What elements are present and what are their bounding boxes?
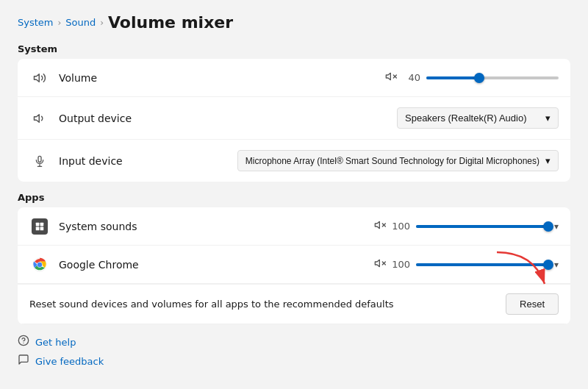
input-device-dropdown[interactable]: Microphone Array (Intel® Smart Sound Tec… <box>237 150 559 171</box>
system-sounds-control: 100 ▾ <box>374 219 559 234</box>
input-device-label: Input device <box>59 155 237 167</box>
svg-rect-11 <box>40 226 44 230</box>
chrome-chevron-icon[interactable]: ▾ <box>554 260 559 270</box>
volume-value: 40 <box>403 72 420 83</box>
system-sounds-chevron-icon[interactable]: ▾ <box>554 221 559 232</box>
reset-button[interactable]: Reset <box>506 293 559 315</box>
output-device-icon <box>29 112 50 125</box>
volume-mute-icon[interactable] <box>385 71 397 85</box>
system-section-label: System <box>18 43 570 54</box>
svg-point-17 <box>37 262 42 266</box>
chrome-icon-container <box>29 257 50 273</box>
svg-rect-10 <box>36 226 40 230</box>
svg-marker-4 <box>35 114 40 122</box>
breadcrumb-sep-1: › <box>57 18 61 28</box>
bottom-links: Get help Give feedback <box>18 335 570 368</box>
page-title: Volume mixer <box>108 13 233 32</box>
chrome-control: 100 ▾ <box>374 257 559 272</box>
svg-marker-12 <box>375 221 379 228</box>
volume-label: Volume <box>59 72 385 84</box>
input-device-icon <box>29 154 50 168</box>
get-help-label: Get help <box>35 337 76 348</box>
system-sounds-fill <box>416 225 548 228</box>
reset-description: Reset sound devices and volumes for all … <box>29 299 506 310</box>
system-card: Volume 40 <box>18 59 570 182</box>
apps-card: System sounds 100 ▾ <box>18 207 570 324</box>
input-device-chevron-icon: ▾ <box>545 155 551 166</box>
breadcrumb-sound[interactable]: Sound <box>65 17 96 28</box>
chrome-row: Google Chrome 100 ▾ <box>18 246 570 284</box>
volume-slider-fill <box>426 76 479 79</box>
breadcrumb-system[interactable]: System <box>18 17 53 28</box>
svg-rect-8 <box>36 222 40 226</box>
svg-marker-1 <box>386 73 390 79</box>
chrome-fill <box>416 263 548 266</box>
system-sounds-mute-icon[interactable] <box>374 219 386 234</box>
chrome-thumb[interactable] <box>543 260 553 270</box>
page-container: System › Sound › Volume mixer System Vol… <box>0 0 588 389</box>
system-sounds-row: System sounds 100 ▾ <box>18 207 570 246</box>
breadcrumb: System › Sound › Volume mixer <box>18 13 570 32</box>
chrome-slider[interactable] <box>416 263 548 266</box>
system-sounds-thumb[interactable] <box>543 221 553 232</box>
output-device-dropdown[interactable]: Speakers (Realtek(R) Audio) ▾ <box>397 107 559 129</box>
system-sounds-slider[interactable] <box>416 225 548 228</box>
get-help-link[interactable]: Get help <box>18 335 570 349</box>
output-device-row: Output device Speakers (Realtek(R) Audio… <box>18 97 570 140</box>
reset-row: Reset sound devices and volumes for all … <box>18 284 570 324</box>
reset-row-container: Reset sound devices and volumes for all … <box>18 284 570 324</box>
system-sounds-icon <box>29 218 50 235</box>
input-device-control: Microphone Array (Intel® Smart Sound Tec… <box>237 150 559 171</box>
svg-marker-18 <box>375 260 379 266</box>
svg-rect-9 <box>40 222 44 226</box>
system-sounds-value: 100 <box>392 221 410 232</box>
output-device-chevron-icon: ▾ <box>545 113 551 124</box>
volume-icon <box>29 71 50 85</box>
give-feedback-icon <box>18 354 29 368</box>
chrome-label: Google Chrome <box>59 259 374 271</box>
input-device-row: Input device Microphone Array (Intel® Sm… <box>18 140 570 182</box>
apps-section-label: Apps <box>18 192 570 203</box>
give-feedback-label: Give feedback <box>35 356 104 367</box>
svg-rect-5 <box>38 156 41 162</box>
volume-control: 40 <box>385 71 559 85</box>
volume-slider-thumb[interactable] <box>474 73 484 83</box>
get-help-icon <box>18 335 29 349</box>
breadcrumb-sep-2: › <box>100 18 104 28</box>
give-feedback-link[interactable]: Give feedback <box>18 354 570 368</box>
svg-marker-0 <box>35 74 40 82</box>
output-device-label: Output device <box>59 113 397 124</box>
chrome-value: 100 <box>392 259 410 270</box>
output-device-control: Speakers (Realtek(R) Audio) ▾ <box>397 107 559 129</box>
chrome-mute-icon[interactable] <box>374 257 386 272</box>
system-sounds-label: System sounds <box>59 221 374 232</box>
volume-row: Volume 40 <box>18 59 570 97</box>
volume-slider[interactable] <box>426 76 559 79</box>
